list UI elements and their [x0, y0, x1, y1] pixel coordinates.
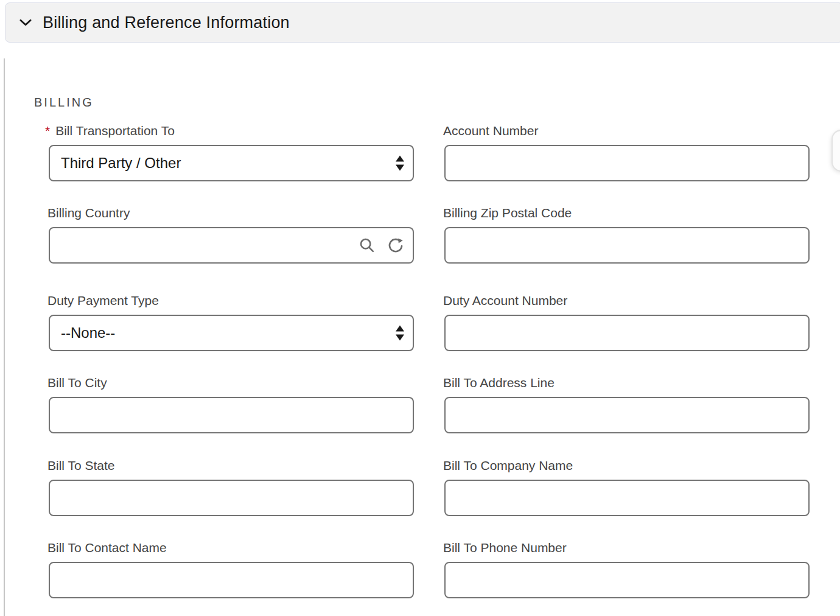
billing-zip-postal-code-input[interactable]: [444, 227, 810, 264]
field-bill-transportation-to: * Bill Transportation To Third Party / O…: [47, 123, 414, 139]
bill-to-address-line-input[interactable]: [444, 397, 810, 433]
field-label: Bill To State: [47, 458, 414, 474]
field-bill-to-phone-number: Bill To Phone Number: [443, 540, 810, 556]
field-label: Billing Zip Postal Code: [443, 205, 810, 221]
field-duty-account-number: Duty Account Number: [443, 293, 810, 309]
field-label: Bill To Address Line: [443, 375, 810, 391]
subsection-label-billing: BILLING: [34, 96, 94, 110]
select-stepper-icon: [396, 326, 404, 341]
bill-transportation-to-select[interactable]: Third Party / Other: [49, 145, 414, 181]
account-number-input[interactable]: [444, 145, 810, 181]
field-billing-zip-postal-code: Billing Zip Postal Code: [443, 205, 810, 221]
field-label: Bill To City: [47, 375, 414, 391]
field-label: Account Number: [443, 123, 810, 139]
field-label: Billing Country: [47, 205, 414, 221]
field-bill-to-state: Bill To State: [47, 458, 414, 474]
bill-to-city-input[interactable]: [49, 397, 414, 433]
field-bill-to-company-name: Bill To Company Name: [443, 458, 810, 474]
refresh-icon[interactable]: [387, 237, 404, 254]
bill-to-phone-number-input[interactable]: [444, 562, 810, 598]
field-bill-to-address-line: Bill To Address Line: [443, 375, 810, 391]
card-left-border: [4, 58, 5, 616]
chevron-down-icon[interactable]: [18, 15, 33, 30]
clipped-edge-panel[interactable]: [831, 130, 840, 172]
field-bill-to-contact-name: Bill To Contact Name: [47, 540, 414, 556]
select-stepper-icon: [396, 156, 404, 171]
duty-payment-type-select[interactable]: --None--: [49, 315, 414, 351]
field-bill-to-city: Bill To City: [47, 375, 414, 391]
field-label: Bill To Phone Number: [443, 540, 810, 556]
bill-to-contact-name-input[interactable]: [49, 562, 414, 598]
section-title: Billing and Reference Information: [43, 13, 290, 32]
section-header-billing-and-reference[interactable]: Billing and Reference Information: [5, 2, 840, 43]
bill-to-state-input[interactable]: [49, 480, 414, 516]
field-account-number: Account Number: [443, 123, 810, 139]
duty-account-number-input[interactable]: [444, 315, 810, 351]
field-label: Bill To Company Name: [443, 458, 810, 474]
field-label: Duty Account Number: [443, 293, 810, 309]
required-asterisk: *: [45, 123, 50, 139]
field-label: Duty Payment Type: [47, 293, 414, 309]
field-duty-payment-type: Duty Payment Type --None--: [47, 293, 414, 309]
field-label: Bill To Contact Name: [47, 540, 414, 556]
field-billing-country: Billing Country: [47, 205, 414, 221]
bill-to-company-name-input[interactable]: [444, 480, 810, 516]
search-icon[interactable]: [359, 237, 376, 254]
field-label: * Bill Transportation To: [47, 123, 414, 139]
